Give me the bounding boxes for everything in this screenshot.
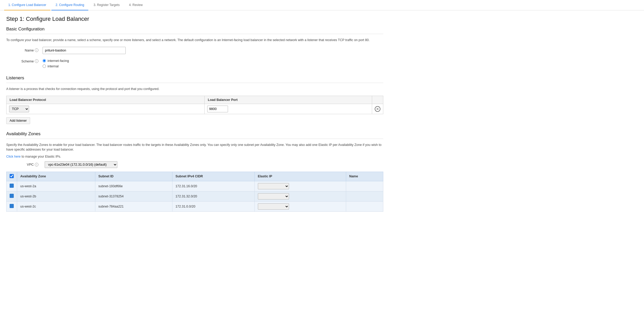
basic-config-title: Basic Configuration: [6, 27, 383, 32]
vpc-select[interactable]: vpc-61e23e04 (172.31.0.0/16) (default): [45, 161, 117, 168]
col-protocol-header: Load Balancer Protocol: [6, 96, 205, 104]
az-elastic-ip-cell: [254, 181, 346, 191]
col-subnet-header: Subnet ID: [95, 172, 172, 181]
page-title: Step 1: Configure Load Balancer: [6, 16, 383, 22]
col-az-header: Availability Zone: [17, 172, 95, 181]
scheme-info-icon[interactable]: i: [35, 59, 38, 63]
availability-zones-section: Availability Zones Specify the Availabil…: [6, 131, 383, 212]
listener-port-cell: [205, 104, 372, 114]
col-name-header: Name: [346, 172, 383, 181]
az-title: Availability Zones: [6, 131, 383, 137]
az-icon: [10, 194, 14, 198]
az-name-tag-cell: [346, 181, 383, 191]
listener-remove-cell: ✕: [372, 104, 383, 114]
name-control-wrap: [43, 47, 383, 54]
tab-review[interactable]: 4. Review: [125, 0, 147, 10]
az-icon: [10, 204, 14, 208]
elastic-ip-select[interactable]: [258, 193, 289, 199]
az-subnet-cell: subnet-31378254: [95, 191, 172, 201]
basic-configuration-section: Basic Configuration To configure your lo…: [6, 27, 383, 68]
scheme-label: Scheme i: [6, 58, 43, 63]
az-row-checkbox-cell: [6, 181, 17, 191]
listeners-description: A listener is a process that checks for …: [6, 87, 383, 92]
elastic-ip-select[interactable]: [258, 203, 289, 210]
name-form-row: Name i: [6, 47, 383, 54]
az-subnet-cell: subnet-784aa221: [95, 201, 172, 211]
az-table: Availability Zone Subnet ID Subnet IPv4 …: [6, 172, 383, 212]
name-input[interactable]: [43, 47, 126, 54]
tab-configure-load-balancer[interactable]: 1. Configure Load Balancer: [4, 0, 50, 10]
az-description: Specify the Availability Zones to enable…: [6, 143, 383, 152]
az-row-checkbox-cell: [6, 201, 17, 211]
listeners-title: Listeners: [6, 75, 383, 81]
az-elastic-ip-cell: [254, 201, 346, 211]
listener-protocol-cell: TCP HTTP HTTPS TLS UDP: [6, 104, 205, 114]
az-name-cell: us-west-2c: [17, 201, 95, 211]
scheme-internal-radio[interactable]: [43, 64, 46, 68]
az-table-row: us-west-2a subnet-193df66e 172.31.16.0/2…: [6, 181, 383, 191]
az-elastic-ip-link-row: Click here to manage your Elastic IPs.: [6, 154, 383, 159]
remove-listener-button[interactable]: ✕: [375, 106, 380, 112]
scheme-internal[interactable]: internal: [43, 64, 383, 68]
scheme-radio-group: internet-facing internal: [43, 58, 383, 68]
scheme-control-wrap: internet-facing internal: [43, 58, 383, 68]
scheme-internet-facing[interactable]: internet-facing: [43, 59, 383, 63]
col-checkbox-header: [6, 172, 17, 181]
vpc-label: VPC: [27, 163, 34, 166]
elastic-ip-link-suffix: to manage your Elastic IPs.: [22, 155, 61, 158]
az-icon: [10, 184, 14, 188]
listeners-table: Load Balancer Protocol Load Balancer Por…: [6, 96, 383, 114]
az-table-row: us-west-2b subnet-31378254 172.31.32.0/2…: [6, 191, 383, 201]
listeners-divider: [6, 83, 383, 83]
col-remove-header: [372, 96, 383, 104]
page-content: Step 1: Configure Load Balancer Basic Co…: [0, 10, 390, 224]
az-name-tag-cell: [346, 191, 383, 201]
tab-configure-routing[interactable]: 2. Configure Routing: [51, 0, 88, 10]
col-cidr-header: Subnet IPv4 CIDR: [172, 172, 254, 181]
az-divider: [6, 139, 383, 139]
col-elastic-ip-header: Elastic IP: [254, 172, 346, 181]
az-name-cell: us-west-2a: [17, 181, 95, 191]
az-name-tag-cell: [346, 201, 383, 211]
az-table-row: us-west-2c subnet-784aa221 172.31.0.0/20: [6, 201, 383, 211]
wizard-tabs: 1. Configure Load Balancer 2. Configure …: [0, 0, 644, 10]
basic-config-description: To configure your load balancer, provide…: [6, 38, 383, 43]
scheme-internet-facing-radio[interactable]: [43, 59, 46, 62]
tab-register-targets[interactable]: 3. Register Targets: [89, 0, 124, 10]
az-elastic-ip-cell: [254, 191, 346, 201]
port-input[interactable]: [207, 106, 228, 112]
az-cidr-cell: 172.31.16.0/20: [172, 181, 254, 191]
az-name-cell: us-west-2b: [17, 191, 95, 201]
name-label: Name i: [6, 47, 43, 52]
name-info-icon[interactable]: i: [35, 48, 38, 52]
protocol-select[interactable]: TCP HTTP HTTPS TLS UDP: [9, 106, 29, 112]
col-port-header: Load Balancer Port: [205, 96, 372, 104]
az-row-checkbox-cell: [6, 191, 17, 201]
add-listener-button[interactable]: Add listener: [6, 117, 30, 124]
listeners-section: Listeners A listener is a process that c…: [6, 75, 383, 124]
vpc-info-icon[interactable]: i: [35, 163, 38, 166]
az-select-all-checkbox[interactable]: [10, 174, 14, 178]
vpc-row: VPC i vpc-61e23e04 (172.31.0.0/16) (defa…: [6, 161, 383, 168]
az-cidr-cell: 172.31.32.0/20: [172, 191, 254, 201]
section-divider: [6, 34, 383, 34]
elastic-ip-select[interactable]: [258, 183, 289, 189]
scheme-form-row: Scheme i internet-facing internal: [6, 58, 383, 68]
vpc-label-wrap: VPC i: [6, 163, 43, 166]
az-subnet-cell: subnet-193df66e: [95, 181, 172, 191]
listener-row: TCP HTTP HTTPS TLS UDP ✕: [6, 104, 383, 114]
elastic-ip-link[interactable]: Click here: [6, 155, 21, 158]
az-cidr-cell: 172.31.0.0/20: [172, 201, 254, 211]
